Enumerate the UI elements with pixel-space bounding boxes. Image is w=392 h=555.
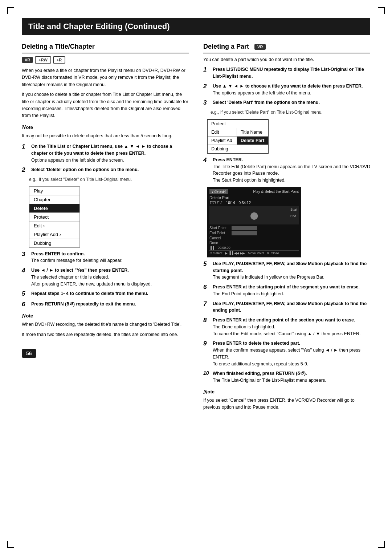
screen-controls: ⊙ Select ▶ ▐▐ ◀◀ ▶▶ Move Point ✕ Close — [209, 250, 299, 255]
screen-title-edit-label: Title Edit — [209, 189, 228, 194]
right-step-2-sub: The options appears on the left side of … — [213, 90, 311, 96]
screen-start-point: Start Point — [209, 226, 299, 230]
right-step-6-sub: The End Point option is highlighted. — [213, 291, 284, 296]
screen-points-row: Start Point End Point Cancel Done — [209, 226, 299, 245]
left-column: Deleting a Title/Chapter VR +RW +R When … — [22, 43, 189, 415]
page-number-area: 56 — [22, 345, 189, 358]
right-step-8-sub: The Done option is highlighted.To cancel… — [213, 324, 360, 336]
right-step-4: 4 Press ENTER. The Title Edit (Delete Pa… — [203, 157, 370, 184]
right-note-title: Note — [203, 388, 370, 396]
screen-date: 10/14 — [226, 201, 235, 205]
left-step-3: 3 Press ENTER to confirm. The confirm me… — [22, 251, 189, 264]
right-step-9-bold: Press ENTER to delete the selected part. — [213, 341, 300, 346]
screen-end-label: End — [290, 214, 297, 218]
menu-item-protect: Protect — [29, 213, 79, 222]
left-intro-1: When you erase a title or chapter from t… — [22, 67, 189, 88]
popup-edit-label: Edit — [208, 128, 237, 136]
menu-item-play: Play — [29, 187, 79, 195]
right-step-5-bold: Use PLAY, PAUSE/STEP, FF, REW, and Slow … — [213, 261, 367, 273]
left-step-4-sub: The selected chapter or title is deleted… — [31, 275, 152, 287]
right-step-9-sub: When the confirm message appears, select… — [213, 348, 360, 366]
left-note-2-title: Note — [22, 312, 189, 320]
end-point-label: End Point — [209, 231, 229, 235]
screen-time-total: 0:34:12 — [239, 201, 251, 205]
screen-end-point: End Point — [209, 231, 299, 235]
screen-bottom-row: ▐▐ 00:00:00 — [209, 246, 299, 250]
right-section-heading: Deleting a Part VR — [203, 43, 370, 53]
right-step-4-sub: The Title Edit (Delete Part) menu appear… — [213, 164, 370, 183]
screen-side-labels: Start End — [290, 208, 297, 218]
left-step-1-sub: Options appears on the left side of the … — [31, 158, 124, 163]
page-header: Title and Chapter Editing (Continued) — [22, 18, 370, 35]
popup-row-protect: Protect — [208, 120, 268, 128]
right-step-5-sub: The segment is indicated in yellow on th… — [213, 275, 324, 280]
left-step-6: 6 Press RETURN (δ↺) repeatedly to exit t… — [22, 301, 189, 308]
left-note-2: Note When DVD+RW recording, the deleted … — [22, 312, 189, 338]
screen-done: Done — [209, 241, 299, 245]
popup-protect-label: Protect — [211, 121, 240, 126]
right-step-7: 7 Use PLAY, PAUSE/STEP, FF, REW, and Slo… — [203, 300, 370, 314]
right-step-7-bold: Use PLAY, PAUSE/STEP, FF, REW, and Slow … — [213, 301, 367, 313]
start-point-box — [232, 226, 257, 230]
corner-mark-bl — [7, 541, 14, 548]
left-step-2: 2 Select 'Delete' option on the options … — [22, 166, 189, 174]
left-note-1-text: It may not be possible to delete chapter… — [22, 133, 189, 139]
left-section-title: Deleting a Title/Chapter — [22, 43, 189, 50]
screen-header: Title Edit Play & Select the Start Point — [209, 189, 299, 194]
popup-row-playlist: Playlist Ad Delete Part — [208, 137, 268, 145]
right-step-2: 2 Use ▲ ▼ ◄ ► to choose a title you want… — [203, 83, 370, 97]
left-eg-text: e.g., If you select "Delete" on Title Li… — [29, 177, 189, 182]
popup-row-edit: Edit Title Name — [208, 128, 268, 137]
right-step-8: 8 Press ENTER at the ending point of the… — [203, 317, 370, 337]
screen-time-zero: ▐▐ 00:00:00 — [209, 246, 230, 250]
start-point-label: Start Point — [209, 226, 229, 230]
right-step-10-bold: When finished editing, press RETURN (δ↺)… — [213, 371, 307, 376]
right-step-10-sub: The Title List-Original or Title List-Pl… — [213, 378, 326, 383]
left-badge-row: VR +RW +R — [22, 56, 189, 64]
right-step-1-bold: Press LIST/DISC MENU repeatedly to displ… — [213, 67, 364, 79]
right-intro: You can delete a part which you do not w… — [203, 56, 370, 63]
right-popup-menu: Protect Edit Title Name Playlist Ad Dele… — [207, 119, 269, 154]
left-section-heading: Deleting a Title/Chapter — [22, 43, 189, 53]
right-step-4-bold: Press ENTER. — [213, 157, 243, 162]
menu-item-delete: Delete — [29, 204, 79, 213]
corner-mark-br — [378, 541, 385, 548]
right-step-6: 6 Press ENTER at the starting point of t… — [203, 284, 370, 297]
left-note-1-title: Note — [22, 123, 189, 132]
left-note-1: Note It may not be possible to delete ch… — [22, 123, 189, 139]
left-menu-box: Play Chapter Delete Protect Edit Playlis… — [29, 186, 80, 248]
right-section-title: Deleting a Part VR — [203, 43, 370, 50]
right-column: Deleting a Part VR You can delete a part… — [203, 43, 370, 415]
right-step-6-bold: Press ENTER at the starting point of the… — [213, 284, 360, 289]
popup-row-dubbing: Dubbing — [208, 145, 268, 153]
page-container: Title and Chapter Editing (Continued) De… — [0, 0, 392, 555]
right-step-8-bold: Press ENTER at the ending point of the s… — [213, 317, 355, 323]
left-step-4-bold: Use ◄ / ► to select "Yes" then press ENT… — [31, 268, 129, 273]
left-step-3-sub: The confirm message for deleting will ap… — [31, 258, 123, 263]
screen-title-label: TITLE 2 — [209, 201, 222, 205]
left-step-3-bold: Press ENTER to confirm. — [31, 251, 85, 256]
left-note-2-text-2: If more than two titles are repeatedly d… — [22, 331, 189, 338]
cancel-label: Cancel — [209, 236, 229, 240]
menu-item-playlist-add: Playlist Add — [29, 230, 79, 239]
left-step-4: 4 Use ◄ / ► to select "Yes" then press E… — [22, 267, 189, 287]
end-point-box — [232, 231, 257, 235]
left-step-6-bold: Press RETURN (δ↺) repeatedly to exit the… — [31, 301, 136, 307]
done-label: Done — [209, 241, 229, 245]
screen-play-info: Play & Select the Start Point — [253, 190, 299, 194]
right-step-9: 9 Press ENTER to delete the selected par… — [203, 340, 370, 367]
screen-simulation: Title Edit Play & Select the Start Point… — [207, 187, 301, 258]
screen-video-area: ⬤ Start End — [209, 206, 299, 224]
left-intro-2: If you choose to delete a title or chapt… — [22, 91, 189, 119]
badge-r: +R — [53, 56, 65, 64]
right-note-text: If you select "Cancel" then press ENTER,… — [203, 397, 370, 411]
corner-mark-tl — [7, 7, 14, 14]
corner-mark-tr — [378, 7, 385, 14]
right-step-2-bold: Use ▲ ▼ ◄ ► to choose a title you want t… — [213, 84, 363, 89]
left-step-5-bold: Repeat steps 1- 4 to continue to delete … — [31, 291, 148, 296]
screen-start-label: Start — [290, 208, 297, 211]
screen-title-info: TITLE 2 10/14 0:34:12 — [209, 201, 299, 205]
left-note-2-text-1: When DVD+RW recording, the deleted title… — [22, 321, 189, 328]
screen-delete-part-label: Delete Part — [209, 195, 299, 200]
left-step-5: 5 Repeat steps 1- 4 to continue to delet… — [22, 290, 189, 297]
